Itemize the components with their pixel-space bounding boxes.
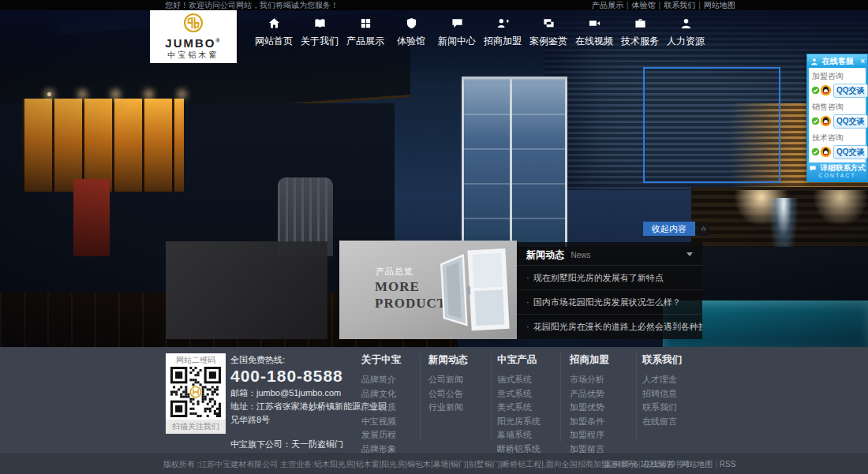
contact-detail-button[interactable]: 详细联系方式 CONTACT	[807, 162, 867, 181]
footer-link[interactable]: 幕墙系统	[497, 428, 541, 442]
footer-link[interactable]: 市场分析	[570, 373, 613, 387]
footer-link[interactable]: 德式系统	[497, 373, 541, 387]
qq-group: 销售咨询QQ交谈	[811, 100, 863, 129]
separator: |	[715, 460, 717, 468]
footer-link[interactable]: 阳光房系统	[497, 415, 541, 429]
chat-bubble-icon	[809, 165, 817, 172]
nav-item-label: 新闻中心	[434, 35, 480, 48]
online-status-icon	[811, 147, 820, 158]
footer-link[interactable]: 公司新闻	[428, 373, 468, 387]
qq-group-label: 加盟咨询	[811, 69, 863, 83]
separator: |	[677, 460, 679, 468]
news-header: 新闻动态 News	[517, 242, 702, 265]
person-icon	[810, 58, 818, 65]
online-service-header: 在线客服 ×	[807, 54, 867, 68]
qq-chat-button[interactable]: QQ交谈	[833, 84, 868, 98]
online-service-body: 加盟咨询QQ交谈销售咨询QQ交谈技术咨询QQ交谈	[807, 68, 867, 162]
footer-link[interactable]: 加盟优势	[570, 401, 613, 415]
footer-link[interactable]: 行业新闻	[428, 401, 468, 415]
qq-chat-button[interactable]: QQ交谈	[833, 114, 868, 129]
nav-item-8[interactable]: 在线视频	[571, 17, 617, 48]
footer-link[interactable]: 荣誉资质	[361, 401, 401, 415]
home-icon	[251, 17, 297, 31]
footer-column-title: 新闻动态	[428, 353, 468, 367]
contact-detail-sublabel: CONTACT	[807, 173, 867, 179]
bottombar-link[interactable]: RSS	[720, 460, 736, 468]
briefcase-icon	[617, 17, 663, 31]
qq-group: 技术咨询QQ交谈	[811, 131, 863, 159]
bottombar-link[interactable]: 网站地图	[681, 460, 713, 468]
nav-item-2[interactable]: 关于我们	[297, 17, 342, 48]
qq-row: QQ交谈	[811, 145, 863, 159]
bottombar-link[interactable]: 在线留言	[643, 460, 675, 468]
qq-row: QQ交谈	[811, 114, 863, 129]
news-item[interactable]: 国内市场花园阳光房发展状况怎么样？	[517, 289, 702, 314]
topbar-links: 产品展示|体验馆|联系我们|网站地图	[590, 0, 737, 10]
bottombar-links: 案例展示|在线留言|网站地图|RSS	[602, 454, 738, 474]
logo-brand-text: JUMBO®	[165, 35, 221, 49]
footer-link[interactable]: 意式系统	[497, 387, 541, 401]
nav-item-6[interactable]: 招商加盟	[480, 17, 526, 48]
bottombar: 版权所有 :江苏中宝建材有限公司 主营业务:铝木阳光房|铝木窗|阳光房|铜包木|…	[0, 453, 868, 474]
footer-link[interactable]: 在线留言	[642, 415, 682, 429]
qq-chat-button[interactable]: QQ交谈	[833, 145, 868, 159]
registered-mark: ®	[216, 38, 222, 43]
bottombar-link[interactable]: 案例展示	[604, 460, 636, 468]
separator: |	[659, 1, 661, 9]
chevron-down-icon[interactable]	[687, 252, 693, 256]
footer-column-5: 联系我们人才理念招聘信息联系我们在线留言	[642, 353, 682, 428]
grid-icon	[342, 17, 388, 31]
footer-column-1: 关于中宝品牌简介品牌文化荣誉资质中宝视频发展历程品牌形象	[361, 353, 401, 456]
online-service-title: 在线客服	[822, 57, 854, 65]
contact-detail-label: 详细联系方式	[807, 162, 867, 173]
topbar-link[interactable]: 产品展示	[592, 1, 623, 9]
footer-link[interactable]: 加盟程序	[570, 428, 613, 442]
footer-column-divider	[420, 353, 421, 442]
nav-item-9[interactable]: 技术服务	[617, 17, 663, 48]
qq-group-label: 技术咨询	[811, 131, 863, 144]
footer-link[interactable]: 联系我们	[642, 401, 682, 415]
news-item[interactable]: 花园阳光房在漫长的道路上必然会遇到各种挑战	[517, 314, 702, 338]
video-icon	[571, 17, 617, 31]
footer-link[interactable]: 加盟条件	[570, 415, 613, 429]
footer-link[interactable]: 招聘信息	[642, 387, 682, 401]
footer-column-title: 关于中宝	[361, 353, 401, 367]
person-icon	[663, 17, 709, 31]
footer-link[interactable]: 公司公告	[428, 387, 468, 401]
nav-item-5[interactable]: 新闻中心	[434, 17, 480, 48]
footer: 网站二维码 扫描关注我们 全国免费热线: 400-180-8588 邮箱：jum…	[0, 347, 868, 453]
products-title-cn: 产品总览	[376, 266, 413, 278]
topbar-link[interactable]: 网站地图	[704, 1, 735, 9]
nav-item-3[interactable]: 产品展示	[342, 17, 388, 48]
brand-monogram-icon	[183, 13, 204, 33]
welcome-text: 您好！欢迎访问公司网站，我们将竭诚为您服务！	[165, 0, 339, 10]
footer-link[interactable]: 人才理念	[642, 373, 682, 387]
footer-link[interactable]: 中宝视频	[361, 415, 401, 429]
nav-item-4[interactable]: 体验馆	[388, 17, 434, 48]
news-panel: 新闻动态 News 现在别墅阳光房的发展有了新特点国内市场花园阳光房发展状况怎么…	[517, 242, 702, 339]
logo[interactable]: JUMBO® 中宝铝木窗	[150, 10, 237, 63]
nav-item-10[interactable]: 人力资源	[663, 17, 709, 48]
footer-link[interactable]: 产品优势	[570, 387, 613, 401]
separator: |	[698, 1, 701, 9]
topbar-link[interactable]: 体验馆	[632, 1, 656, 9]
footer-link[interactable]: 品牌简介	[361, 373, 401, 387]
collapse-aux-button[interactable]: ☆	[698, 222, 709, 236]
footer-link[interactable]: 品牌文化	[361, 387, 401, 401]
footer-link[interactable]: 美式系统	[497, 401, 541, 415]
qq-row: QQ交谈	[811, 84, 863, 98]
nav-item-1[interactable]: 网站首页	[251, 17, 297, 48]
collapse-content-button[interactable]: 收起内容	[643, 222, 695, 236]
nav-item-7[interactable]: 案例鉴赏	[526, 17, 571, 48]
footer-column-4: 招商加盟市场分析产品优势加盟优势加盟条件加盟程序加盟留言申请表下载	[570, 353, 613, 470]
footer-link[interactable]: 发展历程	[361, 428, 401, 442]
online-status-icon	[811, 117, 820, 127]
products-panel[interactable]: 产品总览 MORE PRODUCTS	[339, 241, 517, 339]
news-item[interactable]: 现在别墅阳光房的发展有了新特点	[517, 265, 702, 289]
close-icon[interactable]: ×	[860, 54, 865, 68]
footer-column-title: 招商加盟	[570, 353, 613, 367]
topbar-link[interactable]: 联系我们	[664, 1, 695, 9]
news-title-en: News	[571, 251, 590, 259]
qq-penguin-icon	[820, 84, 832, 98]
topbar: 您好！欢迎访问公司网站，我们将竭诚为您服务！ 产品展示|体验馆|联系我们|网站地…	[0, 0, 868, 10]
